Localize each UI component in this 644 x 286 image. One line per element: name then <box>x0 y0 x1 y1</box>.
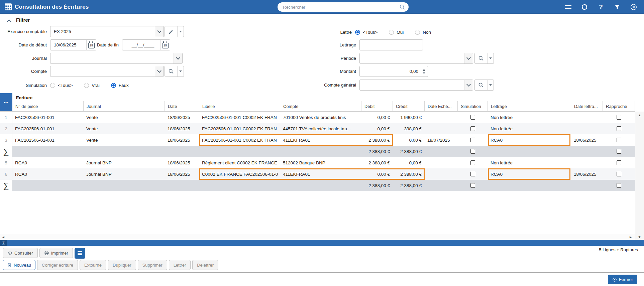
corriger-ecriture-button[interactable]: Corriger écriture <box>37 260 78 270</box>
exercice-select[interactable]: EX 2025 <box>50 26 164 37</box>
refresh-icon[interactable] <box>581 3 588 11</box>
table-row[interactable]: 5 RCA0 Journal BNP 18/06/2025 Règlement … <box>0 157 635 168</box>
calendar-icon[interactable]: 15 <box>160 40 170 50</box>
rapproche-checkbox[interactable] <box>617 183 621 188</box>
cell-credit: 0,00 € <box>393 134 425 146</box>
cell-compte: 512002 Banque BNP <box>280 157 361 168</box>
extourne-button[interactable]: Extourne <box>80 260 106 270</box>
table-row[interactable]: 6 RCA0 Journal BNP 18/06/2025 C0002 EK F… <box>0 168 635 180</box>
table-row[interactable]: 1 FAC202506-01-001 Vente 18/06/2025 FAC2… <box>0 112 635 123</box>
sum-row: ∑ 2 388,00 € 2 388,00 € <box>0 146 635 157</box>
imprimer-button[interactable]: Imprimer <box>39 248 73 258</box>
compte-select[interactable] <box>50 66 164 77</box>
periode-select[interactable] <box>359 53 473 64</box>
rapproche-checkbox[interactable] <box>617 160 621 165</box>
calendar-icon[interactable]: 15 <box>86 40 96 50</box>
column-header-echeance[interactable]: Date Eché... <box>425 101 458 111</box>
scroll-up-icon[interactable]: ▲ <box>635 113 644 117</box>
column-header-libelle[interactable]: Libelle <box>199 101 280 111</box>
column-header-compte[interactable]: Compte <box>280 101 361 111</box>
lettrage-input[interactable] <box>359 39 423 50</box>
column-header-simulation[interactable]: Simulation <box>458 101 488 111</box>
lookup-more-icon[interactable] <box>487 53 494 63</box>
search-icon[interactable] <box>399 4 405 10</box>
rapproche-checkbox[interactable] <box>617 115 621 120</box>
compte-label: Compte <box>31 66 47 77</box>
montant-spinner[interactable] <box>423 66 425 77</box>
simulation-tous-radio[interactable] <box>50 83 55 88</box>
compte-general-select[interactable] <box>359 80 473 91</box>
menu-icon[interactable] <box>564 3 572 11</box>
cell-echeance <box>425 123 458 134</box>
montant-input[interactable]: 0,00 <box>359 66 428 77</box>
table-row[interactable]: 2 FAC202506-01-001 Vente 18/06/2025 FAC2… <box>0 123 635 134</box>
dupliquer-button[interactable]: Dupliquer <box>108 260 136 270</box>
fermer-button[interactable]: Fermer <box>608 275 637 284</box>
periode-dropdown-icon[interactable] <box>464 53 473 63</box>
simulation-checkbox[interactable] <box>470 126 475 131</box>
lettre-oui-label: Oui <box>397 30 404 35</box>
simulation-vrai-radio[interactable] <box>84 83 89 88</box>
simulation-checkbox[interactable] <box>470 172 475 176</box>
search-input[interactable] <box>282 4 399 10</box>
close-window-icon[interactable] <box>630 3 637 11</box>
magnifier-icon[interactable] <box>475 53 487 63</box>
grid-footer-bar: ∑ <box>0 240 644 246</box>
simulation-faux-radio[interactable] <box>111 83 116 88</box>
grid-menu-button[interactable]: ••• <box>0 93 12 111</box>
cell-echeance <box>425 146 458 157</box>
simulation-checkbox[interactable] <box>470 149 475 154</box>
delettrer-button[interactable]: Delettrer <box>192 260 218 270</box>
help-icon[interactable]: ? <box>597 3 605 11</box>
simulation-checkbox[interactable] <box>470 183 475 188</box>
scroll-down-icon[interactable]: ▼ <box>635 234 644 240</box>
lettre-non-radio[interactable] <box>415 30 420 35</box>
pencil-more-icon[interactable] <box>177 26 184 37</box>
consulter-button[interactable]: Consulter <box>3 248 38 258</box>
lettre-tous-radio[interactable] <box>355 30 360 35</box>
column-header-credit[interactable]: Crédit <box>393 101 425 111</box>
date-fin-input[interactable]: __/__/____ 15 <box>122 39 170 50</box>
collapse-filter-icon[interactable] <box>7 19 11 24</box>
rapproche-checkbox[interactable] <box>617 138 621 142</box>
vertical-scrollbar[interactable]: ▲ <box>635 112 644 234</box>
magnifier-icon[interactable] <box>475 80 487 90</box>
cell-date <box>165 180 199 191</box>
filter-funnel-icon[interactable] <box>614 3 621 11</box>
supprimer-button[interactable]: Supprimer <box>138 260 167 270</box>
pencil-icon[interactable] <box>165 26 177 37</box>
compte-dropdown-icon[interactable] <box>155 66 164 77</box>
lookup-more-icon[interactable] <box>177 66 184 77</box>
exercice-dropdown-icon[interactable] <box>155 26 164 37</box>
column-header-piece[interactable]: N° de pièce <box>12 101 84 111</box>
cell-rapproche <box>603 123 635 134</box>
lettre-oui-radio[interactable] <box>389 30 394 35</box>
scroll-right-icon[interactable]: ► <box>629 235 632 239</box>
scroll-left-icon[interactable]: ◄ <box>2 235 5 239</box>
magnifier-icon[interactable] <box>165 66 177 77</box>
rapproche-checkbox[interactable] <box>617 126 621 131</box>
simulation-checkbox[interactable] <box>470 160 475 165</box>
row-number: 3 <box>0 134 12 146</box>
column-header-lettrage[interactable]: Lettrage <box>488 101 571 111</box>
column-header-debit[interactable]: Débit <box>361 101 393 111</box>
simulation-checkbox[interactable] <box>470 115 475 120</box>
rapproche-checkbox[interactable] <box>617 149 621 154</box>
column-header-journal[interactable]: Journal <box>84 101 165 111</box>
journal-select[interactable] <box>50 53 183 64</box>
global-search[interactable] <box>278 2 409 12</box>
lettrer-button[interactable]: Lettrer <box>169 260 191 270</box>
column-header-date[interactable]: Date <box>165 101 199 111</box>
toolbar-menu-button[interactable] <box>75 248 85 259</box>
table-row[interactable]: 3 FAC202506-01-001 Vente 18/06/2025 FAC2… <box>0 134 635 146</box>
horizontal-scrollbar[interactable]: ◄ ► <box>0 234 635 240</box>
compte-general-dropdown-icon[interactable] <box>464 80 473 90</box>
rapproche-checkbox[interactable] <box>617 172 621 176</box>
nouveau-button[interactable]: Nouveau <box>3 260 35 270</box>
column-header-date-lettrage[interactable]: Date lettra... <box>571 101 603 111</box>
journal-dropdown-icon[interactable] <box>174 53 182 63</box>
date-debut-input[interactable]: 18/06/2025 15 <box>50 39 96 50</box>
column-header-rapproche[interactable]: Rapproché <box>603 101 635 111</box>
lookup-more-icon[interactable] <box>487 80 494 90</box>
simulation-checkbox[interactable] <box>470 138 475 142</box>
